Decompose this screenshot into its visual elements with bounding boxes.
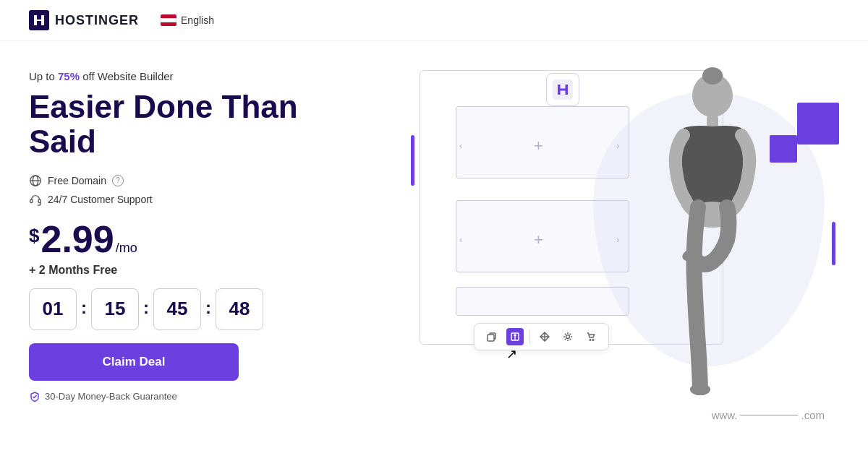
countdown-hours: 01 bbox=[29, 288, 77, 330]
language-selector[interactable]: English bbox=[161, 14, 214, 26]
promo-suffix: off Website Builder bbox=[80, 70, 174, 82]
plus-icon-2: + bbox=[534, 231, 543, 249]
domain-bar: www. .com bbox=[712, 409, 825, 421]
countdown-seconds: 45 bbox=[153, 288, 201, 330]
cursor-icon: ↗ bbox=[506, 346, 517, 362]
svg-point-13 bbox=[702, 67, 723, 85]
yoga-woman-svg bbox=[600, 63, 803, 395]
plus-icon-1: + bbox=[534, 137, 543, 155]
headline: Easier Done Than Said bbox=[29, 90, 333, 160]
logo-text: HOSTINGER bbox=[55, 13, 139, 28]
price-amount: 2.99 bbox=[41, 220, 114, 258]
months-free: + 2 Months Free bbox=[29, 264, 333, 277]
domain-www: www. bbox=[712, 409, 738, 421]
toolbar-separator bbox=[529, 329, 530, 344]
svg-rect-14 bbox=[707, 115, 718, 128]
deco-square-large bbox=[797, 103, 839, 145]
countdown-minutes: 15 bbox=[91, 288, 139, 330]
language-label: English bbox=[181, 14, 214, 26]
logo: HOSTINGER bbox=[29, 10, 139, 30]
shield-icon bbox=[29, 391, 41, 402]
arrow-left-1: ‹ bbox=[459, 140, 462, 151]
feature-support: 24/7 Customer Support bbox=[29, 193, 333, 206]
headset-icon bbox=[29, 193, 42, 206]
svg-point-9 bbox=[566, 335, 570, 339]
help-icon[interactable]: ? bbox=[112, 175, 124, 186]
svg-rect-7 bbox=[488, 335, 494, 341]
countdown-sep-3: : bbox=[205, 298, 211, 321]
feature-support-label: 24/7 Customer Support bbox=[48, 194, 153, 205]
toolbar-move-btn[interactable] bbox=[536, 328, 553, 345]
builder-logo bbox=[546, 73, 579, 106]
builder-logo-svg bbox=[553, 79, 573, 100]
claim-deal-button[interactable]: Claim Deal bbox=[29, 343, 239, 381]
svg-rect-5 bbox=[38, 199, 41, 203]
hero-illustration: + + ‹ › ‹ › bbox=[333, 63, 839, 457]
toolbar-settings-btn[interactable] bbox=[559, 328, 576, 345]
svg-point-17 bbox=[690, 384, 710, 395]
countdown-sep-2: : bbox=[143, 298, 149, 321]
promo-line: Up to 75% off Website Builder bbox=[29, 70, 333, 82]
builder-toolbar bbox=[474, 323, 609, 350]
svg-point-10 bbox=[590, 340, 591, 341]
guarantee-text: 30-Day Money-Back Guarantee bbox=[45, 391, 177, 402]
toolbar-duplicate-btn[interactable] bbox=[506, 328, 524, 345]
deco-bar-right bbox=[832, 222, 835, 265]
deco-bar-left bbox=[411, 135, 414, 186]
person-illustration bbox=[600, 63, 803, 395]
hero-left: Up to 75% off Website Builder Easier Don… bbox=[29, 63, 333, 457]
promo-prefix: Up to bbox=[29, 70, 58, 82]
guarantee-row: 30-Day Money-Back Guarantee bbox=[29, 391, 333, 402]
svg-rect-4 bbox=[30, 199, 33, 203]
features-list: Free Domain ? 24/7 Customer Support bbox=[29, 174, 333, 206]
main-content: Up to 75% off Website Builder Easier Don… bbox=[0, 41, 868, 457]
feature-domain-label: Free Domain bbox=[48, 175, 106, 186]
svg-point-11 bbox=[592, 340, 594, 341]
toolbar-shop-btn[interactable] bbox=[582, 328, 600, 345]
countdown-frames: 48 bbox=[216, 288, 263, 330]
globe-icon bbox=[29, 174, 42, 187]
price-row: $ 2.99 /mo bbox=[29, 220, 333, 258]
flag-icon bbox=[161, 14, 176, 26]
countdown-timer: 01 : 15 : 45 : 48 bbox=[29, 288, 333, 330]
domain-com: .com bbox=[801, 409, 825, 421]
price-mo: /mo bbox=[116, 241, 137, 256]
arrow-left-2: ‹ bbox=[459, 234, 462, 245]
price-dollar: $ bbox=[29, 225, 39, 247]
header: HOSTINGER English bbox=[0, 0, 868, 41]
countdown-sep-1: : bbox=[81, 298, 87, 321]
price-section: $ 2.99 /mo bbox=[29, 220, 333, 258]
toolbar-copy-btn[interactable] bbox=[483, 328, 501, 345]
hostinger-logo-icon bbox=[29, 10, 49, 30]
feature-domain: Free Domain ? bbox=[29, 174, 333, 187]
domain-input-line bbox=[740, 415, 798, 416]
promo-percent: 75% bbox=[58, 70, 80, 82]
